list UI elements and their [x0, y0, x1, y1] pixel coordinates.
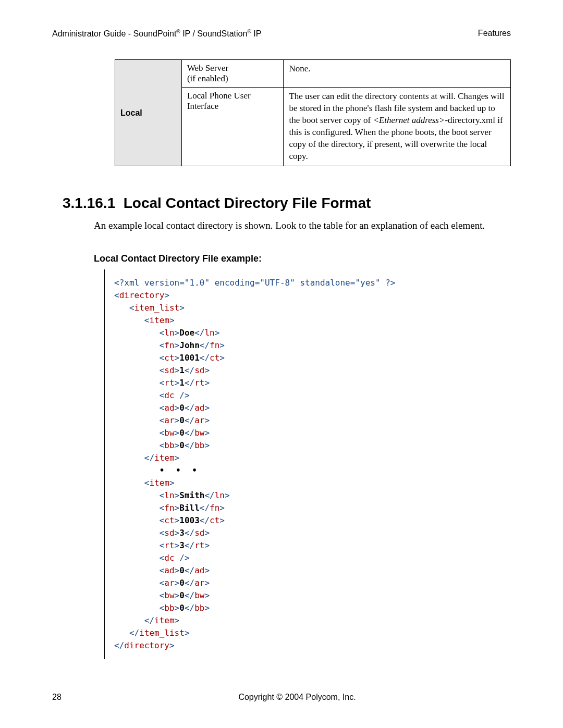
- table-rowhead: Local: [115, 60, 182, 166]
- xml-value: 0: [179, 403, 185, 413]
- table-cell: The user can edit the directory contents…: [284, 88, 511, 166]
- example-heading: Local Contact Directory File example:: [94, 253, 511, 264]
- section-title: Local Contact Directory File Format: [124, 195, 371, 211]
- xml-tag: item_list: [134, 303, 180, 313]
- xml-value: 0: [179, 415, 185, 425]
- xml-value: 0: [179, 565, 185, 575]
- xml-tag: item: [154, 615, 175, 625]
- xml-decl: <?xml version="1.0" encoding="UTF-8" sta…: [114, 278, 395, 288]
- xml-tag: directory: [124, 640, 169, 650]
- xml-value: 1001: [179, 353, 200, 363]
- table-row: Local Web Server (if enabled) None.: [115, 60, 511, 88]
- xml-value: 0: [179, 590, 185, 600]
- header-right: Features: [478, 29, 511, 39]
- section-heading: 3.1.16.1 Local Contact Directory File Fo…: [63, 195, 511, 212]
- header-left: Administrator Guide - SoundPoint® IP / S…: [52, 29, 261, 39]
- xml-tag: item: [154, 453, 175, 463]
- xml-value: 3: [179, 540, 185, 550]
- xml-value: 3: [179, 528, 185, 538]
- ellipsis: • • •: [160, 465, 200, 475]
- xml-value: 0: [179, 603, 185, 613]
- xml-value: 0: [179, 428, 185, 438]
- xml-code-example: <?xml version="1.0" encoding="UTF-8" sta…: [104, 269, 511, 659]
- xml-value: 0: [179, 440, 185, 450]
- xml-tag: item_list: [139, 628, 185, 638]
- xml-tag: directory: [119, 290, 165, 300]
- table-cell: Local Phone User Interface: [181, 88, 284, 166]
- xml-value: Bill: [179, 503, 200, 513]
- xml-value: 1: [179, 365, 185, 375]
- xml-tag: item: [149, 478, 169, 488]
- xml-value: Smith: [179, 490, 204, 500]
- xml-value: Doe: [179, 328, 194, 338]
- copyright-text: Copyright © 2004 Polycom, Inc.: [83, 693, 511, 702]
- cell-em: <Ethernet address>: [373, 115, 445, 125]
- cell-text: (if enabled): [187, 73, 228, 83]
- cell-text: Local Phone User: [187, 91, 251, 101]
- page-number: 28: [52, 693, 83, 702]
- config-table: Local Web Server (if enabled) None. Loca…: [115, 59, 511, 166]
- document-page: Administrator Guide - SoundPoint® IP / S…: [0, 0, 563, 728]
- cell-text: Web Server: [187, 63, 228, 73]
- xml-value: 1003: [179, 515, 200, 525]
- xml-value: John: [179, 340, 200, 350]
- table-cell: None.: [284, 60, 511, 88]
- page-header: Administrator Guide - SoundPoint® IP / S…: [52, 29, 511, 39]
- section-intro: An example local contact directory is sh…: [94, 219, 495, 232]
- xml-value: 0: [179, 578, 185, 588]
- section-number: 3.1.16.1: [63, 195, 115, 211]
- xml-value: 1: [179, 378, 185, 388]
- page-footer: 28 Copyright © 2004 Polycom, Inc.: [52, 693, 511, 702]
- xml-tag: item: [149, 315, 169, 325]
- cell-text: Interface: [187, 101, 218, 111]
- table-cell: Web Server (if enabled): [181, 60, 284, 88]
